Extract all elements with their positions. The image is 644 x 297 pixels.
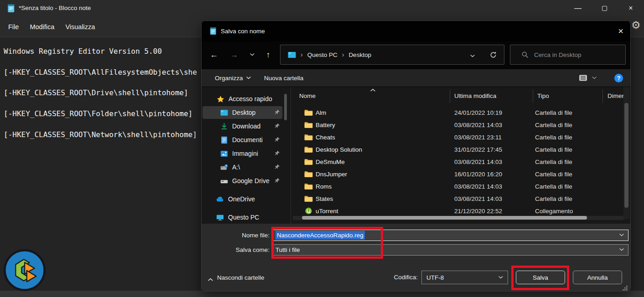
pin-icon: [274, 164, 280, 170]
dialog-titlebar: Salva con nome ×: [202, 21, 630, 41]
save-as-type-label: Salva come:: [220, 244, 270, 256]
menu-visualizza[interactable]: Visualizza: [60, 16, 100, 37]
close-icon: ×: [628, 4, 633, 12]
folder-icon: [304, 195, 313, 202]
file-type: Cartella di file: [535, 193, 572, 205]
minimize-icon: —: [574, 4, 582, 12]
folder-icon: [304, 170, 313, 178]
file-row[interactable]: Alm24/01/2022 10:19Cartella di file: [202, 107, 624, 119]
breadcrumb-questo-pc[interactable]: Questo PC: [307, 51, 338, 58]
sidebar-item-accesso-rapido[interactable]: Accesso rapido: [202, 92, 289, 106]
star-icon: [217, 95, 224, 103]
column-header-tipo[interactable]: Tipo: [537, 92, 549, 99]
menu-file[interactable]: File: [3, 16, 24, 37]
file-row[interactable]: Battery03/08/2021 14:03Cartella di file: [202, 119, 624, 131]
chevron-down-icon: [250, 53, 254, 56]
file-name: Battery: [316, 119, 335, 131]
column-header-ultima-modifica[interactable]: Ultima modifica: [454, 92, 496, 99]
pc-icon: [216, 214, 224, 221]
help-button[interactable]: ?: [614, 74, 623, 82]
file-row[interactable]: DeSmuMe03/08/2021 14:03Cartella di file: [202, 156, 624, 168]
chevron-down-icon[interactable]: [592, 77, 597, 79]
column-header-nome[interactable]: Nome: [299, 92, 316, 99]
vertical-scrollbar-thumb[interactable]: [624, 103, 628, 208]
help-icon: ?: [617, 75, 621, 82]
monitor-icon: [220, 109, 228, 117]
close-button[interactable]: ×: [618, 0, 644, 16]
pin-icon: [274, 150, 280, 156]
new-folder-button[interactable]: Nuova cartella: [264, 69, 303, 87]
file-modified: 24/01/2022 10:19: [454, 107, 502, 119]
encoding-select[interactable]: UTF-8: [421, 271, 508, 284]
menu-modifica[interactable]: Modifica: [24, 16, 60, 37]
file-type: Cartella di file: [535, 119, 572, 131]
column-header-dimensione[interactable]: Dimen: [608, 92, 625, 99]
organize-button[interactable]: Organizza: [215, 69, 251, 87]
notepad-app-icon: [6, 4, 16, 13]
up-button[interactable]: ↑: [260, 47, 276, 62]
dialog-close-button[interactable]: ×: [611, 21, 630, 41]
floppy-icon: ?: [220, 164, 228, 171]
file-row[interactable]: uTorrent21/12/2020 22:52Collegamento: [202, 205, 624, 217]
view-mode-icon[interactable]: [579, 74, 588, 82]
hide-folders-button[interactable]: Nascondi cartelle: [208, 271, 265, 284]
sidebar-item-label: Desktop: [232, 109, 255, 116]
maximize-icon: [602, 6, 607, 11]
chevron-down-icon[interactable]: [619, 234, 624, 236]
vertical-scrollbar[interactable]: [623, 87, 629, 219]
file-name: States: [316, 193, 333, 205]
forward-button[interactable]: →: [226, 47, 242, 62]
search-box[interactable]: [510, 45, 626, 65]
search-input[interactable]: [534, 51, 621, 58]
folder-icon: [304, 133, 313, 141]
maximize-button[interactable]: [591, 0, 618, 16]
minimize-button[interactable]: —: [565, 0, 591, 16]
save-as-type-select[interactable]: Tutti i file: [273, 244, 628, 256]
file-type: Cartella di file: [535, 107, 572, 119]
file-row[interactable]: Desktop Solution31/01/2022 17:45Cartella…: [202, 143, 624, 156]
save-button[interactable]: Salva: [516, 271, 565, 284]
file-name-value: NascondereAccessoRapido.reg: [275, 231, 365, 240]
file-row[interactable]: States03/08/2021 14:03Cartella di file: [202, 193, 624, 205]
horizontal-scrollbar-thumb[interactable]: [302, 216, 587, 220]
cloud-icon: [216, 195, 224, 203]
address-bar[interactable]: › Questo PC › Desktop: [280, 45, 504, 65]
document-icon: [220, 136, 228, 144]
settings-gear-icon[interactable]: ⚙: [631, 20, 641, 31]
column-divider[interactable]: [533, 89, 533, 103]
chevron-down-icon[interactable]: [619, 248, 624, 251]
file-name: Desktop Solution: [316, 143, 362, 156]
file-row[interactable]: Cheats03/08/2021 23:11Cartella di file: [202, 131, 624, 143]
pin-icon: [274, 178, 280, 184]
screen: *Senza titolo - Blocco note — × File Mod…: [0, 0, 644, 297]
column-divider[interactable]: [602, 89, 603, 103]
encoding-value: UTF-8: [426, 274, 444, 281]
folder-icon: [304, 183, 313, 190]
refresh-icon[interactable]: [489, 51, 500, 59]
file-name-label: Nome file:: [220, 230, 270, 241]
sidebar-item-label: Download: [232, 123, 260, 130]
svg-text:?: ?: [225, 164, 227, 167]
cancel-button[interactable]: Annulla: [573, 271, 622, 284]
back-button[interactable]: ←: [206, 47, 222, 62]
breadcrumb-separator: ›: [342, 51, 344, 58]
resize-grip[interactable]: [622, 285, 628, 291]
dialog-toolbar: Organizza Nuova cartella ?: [202, 69, 630, 87]
file-name: Roms: [316, 180, 332, 193]
address-dropdown-icon[interactable]: [470, 52, 475, 59]
chevron-down-icon[interactable]: [499, 276, 503, 279]
folder-icon: [304, 158, 313, 165]
utorrent-icon: [304, 207, 313, 215]
recent-locations-dropdown[interactable]: [244, 47, 260, 62]
file-type: Collegamento: [535, 205, 573, 217]
chevron-down-icon: [246, 77, 251, 79]
horizontal-scrollbar[interactable]: [293, 216, 623, 220]
breadcrumb-desktop[interactable]: Desktop: [348, 51, 371, 58]
this-pc-icon: [288, 51, 296, 58]
file-name: Cheats: [316, 131, 335, 143]
sidebar-item-label: Questo PC: [228, 214, 259, 221]
file-name-input[interactable]: NascondereAccessoRapido.reg: [273, 230, 628, 241]
folder-icon: [304, 146, 313, 153]
file-modified: 03/08/2021 14:03: [454, 156, 502, 168]
column-divider[interactable]: [450, 89, 450, 103]
